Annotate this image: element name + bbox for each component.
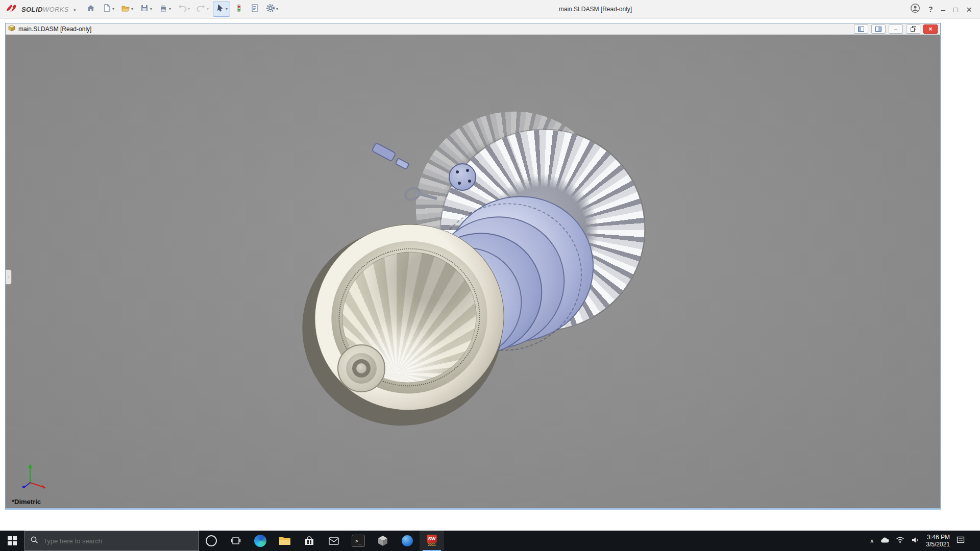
search-icon [30,536,38,546]
display-pane-toggle-left[interactable] [854,24,868,34]
app-titlebar: SOLIDWORKS ▸ ▾ ▾ ▾ ▾ ▾ ▾ [0,0,980,19]
document-close-button[interactable]: × [923,24,938,34]
document-restore-button[interactable] [906,24,920,34]
file-properties-button[interactable] [248,2,262,17]
edge-browser-button[interactable] [248,531,273,551]
tray-expand-button[interactable]: ∧ [870,538,874,544]
view-orientation-label: *Dimetric [12,498,41,506]
engine-bolt-flange [449,163,476,191]
windows-logo-icon [8,536,17,545]
cortana-button[interactable] [199,531,224,551]
solidworks-logo-icon [5,4,18,15]
print-button[interactable]: ▾ [156,2,174,17]
solidworks-app-button[interactable]: SW 2021 [420,531,444,551]
task-view-icon [231,536,241,545]
minimize-button[interactable]: – [941,6,945,13]
print-dropdown[interactable]: ▾ [169,7,171,11]
assembly-cube-icon [8,24,15,34]
redo-button[interactable]: ▾ [194,2,211,17]
rebuild-button[interactable] [232,2,246,17]
engine-cone-tip-core [356,363,366,373]
document-titlebar[interactable]: main.SLDASM [Read-only] – × [6,23,940,35]
save-dropdown[interactable]: ▾ [150,7,152,11]
new-document-button[interactable]: ▾ [100,2,117,17]
mail-envelope-icon [328,536,339,545]
open-button[interactable]: ▾ [118,2,136,17]
app-window-title: main.SLDASM [Read-only] [281,6,910,13]
edge-icon [254,535,266,547]
undo-button[interactable]: ▾ [175,2,192,17]
open-dropdown[interactable]: ▾ [131,7,133,11]
store-bag-icon [304,535,315,546]
save-button[interactable]: ▾ [137,2,155,17]
taskbar-apps: >_ SW 2021 [199,531,444,551]
account-icon[interactable] [910,3,920,15]
cloud-icon[interactable] [880,536,889,545]
solidworks-app-icon: SW [427,535,437,543]
rebuild-traffic-light-icon [234,4,243,15]
help-button[interactable]: ? [928,5,933,13]
app-logo: SOLIDWORKS ▸ [5,4,79,15]
sphere-app-button[interactable] [395,531,420,551]
taskbar-search[interactable] [24,531,199,551]
select-dropdown[interactable]: ▾ [226,7,228,11]
new-document-dropdown[interactable]: ▾ [112,7,114,11]
document-window: main.SLDASM [Read-only] – × [5,23,941,510]
blue-sphere-app-icon [402,535,413,546]
graphics-viewport[interactable]: ◦ *Dimetric [6,35,940,508]
mdi-workspace: main.SLDASM [Read-only] – × [0,19,980,531]
document-title: main.SLDASM [Read-only] [18,26,851,33]
maximize-button[interactable]: □ [953,6,958,13]
terminal-icon: >_ [352,535,365,547]
wifi-icon[interactable] [896,536,904,545]
undo-icon [178,4,187,15]
clock-date: 3/5/2021 [926,541,950,548]
action-center-button[interactable] [957,536,965,546]
select-cursor-icon [215,4,225,15]
cortana-circle-icon [206,535,217,546]
file-properties-icon [250,4,259,15]
app-logo-text: SOLIDWORKS [21,6,69,13]
display-pane-toggle-right[interactable] [871,24,886,34]
search-input[interactable] [42,537,193,545]
engine-mount-bracket [371,142,397,162]
microsoft-store-button[interactable] [297,531,322,551]
solidworks-year-badge: 2021 [428,543,436,547]
file-explorer-button[interactable] [273,531,297,551]
task-view-button[interactable] [224,531,248,551]
new-document-icon [102,4,111,15]
titlebar-controls: ? – □ × [910,3,975,15]
open-folder-icon [121,4,130,15]
print-icon [159,4,168,15]
file-explorer-folder-icon [279,536,291,546]
terminal-button[interactable]: >_ [346,531,371,551]
windows-taskbar: >_ SW 2021 ∧ 3:46 PM 3/5/2021 [0,531,980,551]
cube-app-icon [377,535,388,547]
cube-app-button[interactable] [371,531,395,551]
gear-icon [266,4,275,15]
options-dropdown[interactable]: ▾ [276,7,278,11]
volume-icon[interactable] [911,536,919,546]
redo-icon [197,4,206,15]
save-icon [140,4,149,15]
engine-mount-bracket-small [395,158,410,170]
toolbar-expand-chevron[interactable]: ▸ [74,7,77,12]
quick-access-toolbar: ▾ ▾ ▾ ▾ ▾ ▾ ▾ [84,2,281,17]
home-icon [86,4,95,15]
options-button[interactable]: ▾ [263,2,281,17]
redo-dropdown[interactable]: ▾ [207,7,209,11]
mail-button[interactable] [322,531,346,551]
panel-collapse-tab[interactable]: ◦ [6,269,12,285]
undo-dropdown[interactable]: ▾ [188,7,190,11]
orientation-triad [14,462,50,494]
select-button[interactable]: ▾ [213,2,230,17]
start-button[interactable] [0,531,24,551]
close-button[interactable]: × [966,5,972,14]
home-button[interactable] [84,2,98,17]
document-minimize-button[interactable]: – [889,24,903,34]
clock-time: 3:46 PM [926,534,950,541]
system-tray: ∧ 3:46 PM 3/5/2021 [870,531,980,551]
taskbar-clock[interactable]: 3:46 PM 3/5/2021 [926,534,950,548]
